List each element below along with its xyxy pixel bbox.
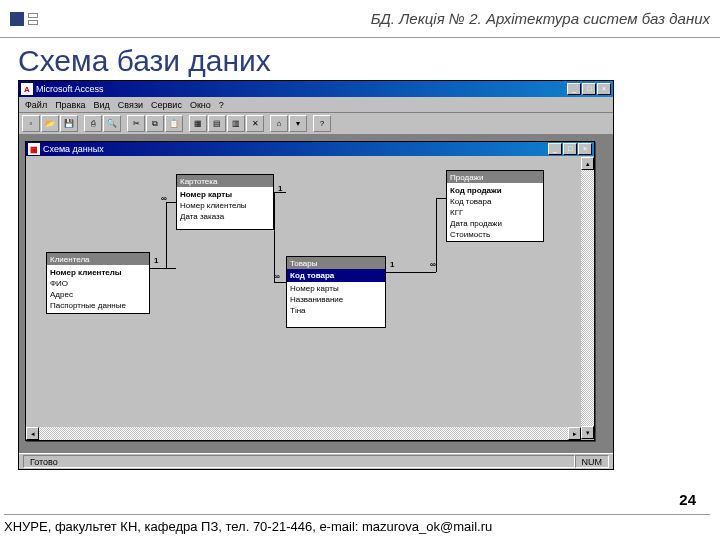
tool-print-icon[interactable]: ⎙: [84, 115, 102, 132]
app-title: Microsoft Access: [36, 84, 104, 94]
close-button[interactable]: ×: [597, 83, 611, 95]
menu-tools[interactable]: Сервис: [151, 100, 182, 110]
schema-canvas[interactable]: Картотека Номер карты Номер клиентелы Да…: [26, 156, 594, 440]
tool-cut-icon[interactable]: ✂: [127, 115, 145, 132]
rel-label-many: ∞: [161, 194, 167, 203]
tool-copy-icon[interactable]: ⧉: [146, 115, 164, 132]
table-klientela-header: Клиентела: [47, 253, 149, 265]
tool-open-icon[interactable]: 📂: [41, 115, 59, 132]
scroll-down-icon[interactable]: ▾: [581, 426, 594, 439]
status-text: Готово: [23, 455, 575, 468]
tool-db-icon[interactable]: ⌂: [270, 115, 288, 132]
rel-tovary-prodazhi[interactable]: [386, 272, 436, 273]
tool-delete-icon[interactable]: ✕: [246, 115, 264, 132]
rel-line: [274, 282, 286, 283]
statusbar: Готово NUM: [19, 453, 613, 469]
table-tovary-header: Товары: [287, 257, 385, 269]
app-icon: A: [21, 83, 33, 95]
menu-edit[interactable]: Правка: [55, 100, 85, 110]
rel-label-one: 1: [278, 184, 282, 193]
rel-label-one: 1: [390, 260, 394, 269]
schema-title: Схема данных: [43, 144, 104, 154]
mdi-workspace: ▦ Схема данных _ □ × Картотека Номер кар…: [19, 135, 613, 453]
tool-analysis-icon[interactable]: ▾: [289, 115, 307, 132]
minimize-button[interactable]: _: [567, 83, 581, 95]
rel-line: [166, 202, 176, 203]
header-text: БД. Лекція № 2. Архітектура систем баз д…: [371, 10, 710, 27]
window-buttons: _ □ ×: [567, 83, 611, 95]
slide-header: БД. Лекція № 2. Архітектура систем баз д…: [0, 0, 720, 38]
scroll-left-icon[interactable]: ◂: [26, 427, 39, 440]
footer-text: ХНУРЕ, факультет КН, кафедра ПЗ, тел. 70…: [4, 519, 492, 534]
page-number: 24: [679, 491, 696, 508]
rel-kartotska-tovary[interactable]: [274, 192, 275, 282]
rel-klientela-kartotska[interactable]: [150, 268, 176, 269]
tool-addtable-icon[interactable]: ▦: [189, 115, 207, 132]
tool-paste-icon[interactable]: 📋: [165, 115, 183, 132]
schema-titlebar[interactable]: ▦ Схема данных _ □ ×: [26, 142, 594, 156]
rel-label-one: 1: [154, 256, 158, 265]
table-kartotska[interactable]: Картотека Номер карты Номер клиентелы Да…: [176, 174, 274, 230]
maximize-button[interactable]: □: [582, 83, 596, 95]
table-tovary[interactable]: Товары Код товара Номер карты Названиван…: [286, 256, 386, 328]
toolbar: ▫ 📂 💾 ⎙ 🔍 ✂ ⧉ 📋 ▦ ▤ ▥ ✕ ⌂ ▾ ?: [19, 113, 613, 135]
slide-title: Схема бази даних: [0, 38, 720, 80]
rel-line: [436, 198, 437, 272]
menubar: Файл Правка Вид Связи Сервис Окно ?: [19, 97, 613, 113]
table-kartotska-header: Картотека: [177, 175, 273, 187]
schema-close-button[interactable]: ×: [578, 143, 592, 155]
table-prodazhi-fields: Код продажи Код товара КГГ Дата продажи …: [447, 183, 543, 242]
access-app-window: A Microsoft Access _ □ × Файл Правка Вид…: [18, 80, 614, 470]
schema-icon: ▦: [28, 143, 40, 155]
schema-minimize-button[interactable]: _: [548, 143, 562, 155]
header-bullet: [10, 12, 24, 26]
status-num: NUM: [575, 455, 610, 468]
schema-vscroll[interactable]: ▴ ▾: [581, 170, 594, 426]
menu-view[interactable]: Вид: [94, 100, 110, 110]
rel-line: [436, 198, 446, 199]
scroll-up-icon[interactable]: ▴: [581, 157, 594, 170]
table-klientela-fields: Номер клиентелы ФИО Адрес Паспортные дан…: [47, 265, 149, 313]
table-tovary-fields: Код товара Номер карты Названивание Тіна: [287, 269, 385, 318]
menu-window[interactable]: Окно: [190, 100, 211, 110]
menu-relations[interactable]: Связи: [118, 100, 143, 110]
tool-preview-icon[interactable]: 🔍: [103, 115, 121, 132]
schema-window[interactable]: ▦ Схема данных _ □ × Картотека Номер кар…: [25, 141, 595, 441]
rel-label-many: ∞: [274, 272, 280, 281]
tool-showtable-icon[interactable]: ▤: [208, 115, 226, 132]
scroll-right-icon[interactable]: ▸: [568, 427, 581, 440]
header-decor: [28, 13, 38, 25]
tool-showall-icon[interactable]: ▥: [227, 115, 245, 132]
menu-file[interactable]: Файл: [25, 100, 47, 110]
menu-help[interactable]: ?: [219, 100, 224, 110]
table-prodazhi-header: Продажи: [447, 171, 543, 183]
schema-maximize-button[interactable]: □: [563, 143, 577, 155]
rel-label-many: ∞: [430, 260, 436, 269]
table-kartotska-fields: Номер карты Номер клиентелы Дата заказа: [177, 187, 273, 224]
table-klientela[interactable]: Клиентела Номер клиентелы ФИО Адрес Пасп…: [46, 252, 150, 314]
slide-footer: ХНУРЕ, факультет КН, кафедра ПЗ, тел. 70…: [4, 514, 710, 534]
rel-line: [166, 202, 167, 268]
tool-help-icon[interactable]: ?: [313, 115, 331, 132]
table-prodazhi[interactable]: Продажи Код продажи Код товара КГГ Дата …: [446, 170, 544, 242]
tool-new-icon[interactable]: ▫: [22, 115, 40, 132]
schema-hscroll[interactable]: ◂ ▸: [26, 427, 581, 440]
tool-save-icon[interactable]: 💾: [60, 115, 78, 132]
app-titlebar[interactable]: A Microsoft Access _ □ ×: [19, 81, 613, 97]
